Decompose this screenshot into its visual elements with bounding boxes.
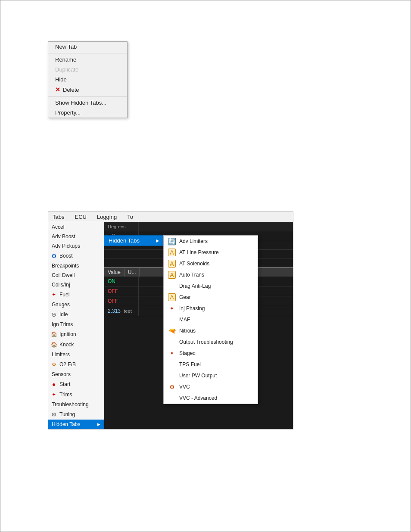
unit-header: U... xyxy=(125,268,140,277)
maf-icon xyxy=(168,316,176,324)
vvc-icon: ⚙ xyxy=(168,383,176,391)
sidebar-item-idle[interactable]: ⊖ Idle xyxy=(48,309,104,320)
submenu-staged[interactable]: ✦ Staged xyxy=(164,348,258,359)
sidebar-item-boost[interactable]: ⚙ Boost xyxy=(48,251,104,261)
sidebar-item-adv-pickups[interactable]: Adv Pickups xyxy=(48,241,104,251)
nitrous-icon: 🔫 xyxy=(168,327,176,335)
boost-icon: ⚙ xyxy=(50,252,58,260)
sidebar-item-accel[interactable]: Accel xyxy=(48,222,104,232)
staged-icon: ✦ xyxy=(168,349,176,357)
value-header: Value xyxy=(104,268,125,277)
data-cell-num: 2.313 teet xyxy=(104,306,139,316)
degrees-header: Degrees xyxy=(104,222,139,231)
sidebar-item-troubleshooting[interactable]: Troubleshooting xyxy=(48,400,104,409)
sidebar-item-o2fb[interactable]: ⚙ O2 F/B xyxy=(48,359,104,370)
sidebar-item-tuning[interactable]: ⊠ Tuning xyxy=(48,409,104,420)
submenu-user-pw-output[interactable]: User PW Output xyxy=(164,370,258,381)
cm2-hidden-tabs[interactable]: Hidden Tabs ▶ xyxy=(104,236,164,246)
menu-bar: Tabs ECU Logging To xyxy=(48,212,293,222)
submenu-at-solenoids[interactable]: A AT Solenoids xyxy=(164,258,258,269)
menu-new-tab[interactable]: New Tab xyxy=(48,42,127,52)
sidebar-item-fuel[interactable]: ✦ Fuel xyxy=(48,289,104,300)
o2fb-icon: ⚙ xyxy=(50,361,58,368)
submenu-output-troubleshooting[interactable]: Output Troubleshooting xyxy=(164,336,258,348)
submenu-vvc-advanced[interactable]: VVC - Advanced xyxy=(164,392,258,404)
data-cell-off1: OFF xyxy=(104,286,139,296)
context-menu-submenu: 🔄 Adv Limiters A AT Line Pressure A AT S… xyxy=(163,235,258,404)
sidebar-item-trims[interactable]: ✦ Trims xyxy=(48,389,104,400)
at-solenoids-icon: A xyxy=(168,260,176,268)
submenu-inj-phasing[interactable]: ✦ Inj Phasing xyxy=(164,303,258,314)
menu-ecu[interactable]: ECU xyxy=(72,213,89,221)
data-cell-off2: OFF xyxy=(104,296,139,306)
data-cell-on: ON xyxy=(104,277,139,286)
separator-2 xyxy=(48,96,127,96)
user-pw-output-icon xyxy=(168,372,176,380)
submenu-tps-fuel[interactable]: TPS Fuel xyxy=(164,359,258,370)
menu-property[interactable]: Property... xyxy=(48,108,127,118)
submenu-adv-limiters[interactable]: 🔄 Adv Limiters xyxy=(164,236,258,247)
sidebar-item-start[interactable]: ● Start xyxy=(48,379,104,389)
ignition-icon: 🏠 xyxy=(50,330,58,338)
sidebar: Accel Adv Boost Adv Pickups ⚙ Boost Brea… xyxy=(48,222,104,429)
submenu-maf[interactable]: MAF xyxy=(164,314,258,325)
knock-icon: 🏠 xyxy=(50,341,58,348)
tuning-icon: ⊠ xyxy=(50,411,58,418)
cm2-arrow: ▶ xyxy=(156,238,159,243)
menu-logging[interactable]: Logging xyxy=(94,213,119,221)
sidebar-item-limiters[interactable]: Limiters xyxy=(48,350,104,359)
tps-fuel-icon xyxy=(168,361,176,368)
sidebar-item-breakpoints[interactable]: Breakpoints xyxy=(48,261,104,271)
submenu-auto-trans[interactable]: A Auto Trans xyxy=(164,269,258,280)
menu-hide[interactable]: Hide xyxy=(48,75,127,84)
idle-icon: ⊖ xyxy=(50,311,58,318)
sidebar-item-sensors[interactable]: Sensors xyxy=(48,370,104,379)
drag-anti-lag-icon xyxy=(168,282,176,290)
menu-to[interactable]: To xyxy=(125,213,136,221)
submenu-nitrous[interactable]: 🔫 Nitrous xyxy=(164,325,258,336)
context-menu-hidden-tabs: Hidden Tabs ▶ xyxy=(104,235,164,246)
context-menu-tab: New Tab Rename Duplicate Hide ✕ Delete S… xyxy=(48,41,128,118)
auto-trans-icon: A xyxy=(168,271,176,279)
sidebar-item-coil-dwell[interactable]: Coil Dwell xyxy=(48,271,104,280)
separator-1 xyxy=(48,53,127,53)
at-line-pressure-icon: A xyxy=(168,249,176,256)
menu-delete[interactable]: ✕ Delete xyxy=(48,84,127,95)
inj-phasing-icon: ✦ xyxy=(168,305,176,312)
sidebar-item-adv-boost[interactable]: Adv Boost xyxy=(48,232,104,241)
menu-rename[interactable]: Rename xyxy=(48,55,127,65)
hidden-tabs-arrow: ▶ xyxy=(97,422,100,426)
output-troubleshooting-icon xyxy=(168,338,176,346)
vvc-advanced-icon xyxy=(168,394,176,402)
fuel-icon: ✦ xyxy=(50,291,58,299)
sidebar-item-coils-inj[interactable]: Coils/Inj xyxy=(48,280,104,289)
adv-limiters-icon: 🔄 xyxy=(168,237,176,245)
sidebar-item-ignition[interactable]: 🏠 Ignition xyxy=(48,329,104,339)
submenu-gear[interactable]: A Gear xyxy=(164,292,258,303)
sidebar-item-ign-trims[interactable]: Ign Trims xyxy=(48,320,104,329)
submenu-vvc[interactable]: ⚙ VVC xyxy=(164,381,258,392)
submenu-at-line-pressure[interactable]: A AT Line Pressure xyxy=(164,247,258,258)
sidebar-item-knock[interactable]: 🏠 Knock xyxy=(48,339,104,350)
trims-icon: ✦ xyxy=(50,391,58,398)
submenu-drag-anti-lag[interactable]: Drag Anti-Lag xyxy=(164,280,258,292)
sidebar-item-hidden-tabs[interactable]: Hidden Tabs ▶ xyxy=(48,420,104,429)
menu-tabs[interactable]: Tabs xyxy=(50,213,67,221)
menu-duplicate: Duplicate xyxy=(48,65,127,75)
start-icon: ● xyxy=(50,380,58,388)
gear-icon: A xyxy=(168,293,176,301)
delete-icon: ✕ xyxy=(55,86,60,93)
sidebar-item-gauges[interactable]: Gauges xyxy=(48,300,104,309)
menu-show-hidden-tabs[interactable]: Show Hidden Tabs... xyxy=(48,98,127,108)
